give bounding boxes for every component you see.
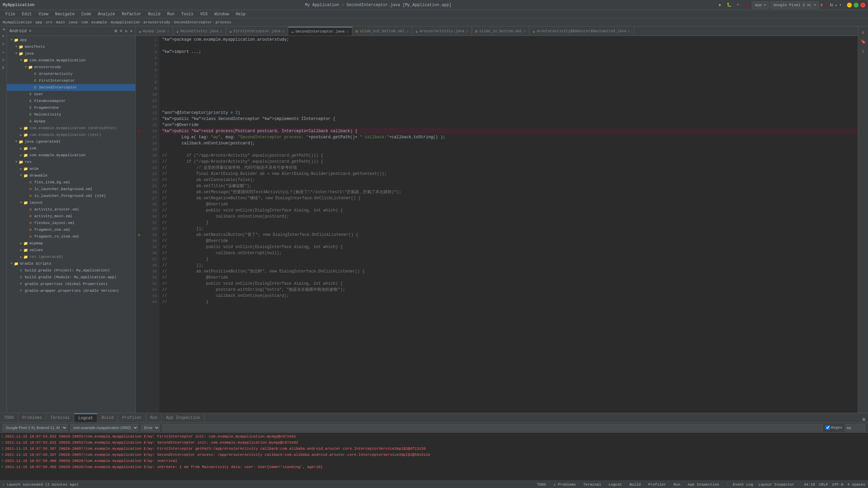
filter-input[interactable] [845,424,865,431]
tree-item[interactable]: ⊞fragment_one.xml [7,226,135,233]
run-tab[interactable]: Run [671,481,683,488]
menu-file[interactable]: File [3,11,18,17]
app-inspection-tab[interactable]: App Inspection [685,481,722,488]
breadcrumb-app[interactable]: app [35,20,42,24]
tree-item[interactable]: ▶📁anim [7,165,135,172]
bottom-tab-profiler[interactable]: Profiler [118,413,146,422]
left-tab-android[interactable]: A [0,40,7,48]
menu-view[interactable]: View [36,11,51,17]
tree-item[interactable]: ▶📁com.example.myapplication [7,152,135,159]
layout-inspector[interactable]: Layout Inspector [758,483,794,487]
breadcrumb-myapplication2[interactable]: myapplication [111,20,140,24]
tree-item[interactable]: Gbuild.gradle (Project: My_Application) [7,267,135,274]
bottom-tab-build[interactable]: Build [97,413,118,422]
tree-item[interactable]: ▶📁res (generated) [7,253,135,260]
left-tab-resource[interactable]: R [0,33,7,40]
tab-mainactivity[interactable]: ☕ MainActivity.java ✕ [173,27,226,36]
todo-tab[interactable]: TODO [534,481,549,488]
encoding[interactable]: UTF-8 [832,483,843,487]
right-tool-notifications[interactable]: ⚠ [859,28,868,37]
tree-item[interactable]: ⊞ic_launcher_foreground.xml (v24) [7,192,135,199]
menu-help[interactable]: Help [233,11,248,17]
tree-item[interactable]: ▼📁res [7,159,135,165]
menu-navigate[interactable]: Navigate [52,11,77,17]
menu-tools[interactable]: Tools [179,11,196,17]
tree-item[interactable]: ⊞activity_arouter.xml [7,206,135,213]
tree-item[interactable]: ▼📁java (generated) [7,138,135,145]
tree-item[interactable]: Pgradle-wrapper.properties (Gradle Versi… [7,287,135,294]
tree-item[interactable]: ▼📁arouterstudy [7,64,135,70]
close-arouter-tab[interactable]: ✕ [466,29,468,34]
tree-item[interactable]: Gbuild.gradle (Module: My_Application.ap… [7,274,135,281]
tree-item[interactable]: ▼📁layout [7,199,135,206]
tree-item[interactable]: ▼📁drawable [7,172,135,179]
breadcrumb-secondinterceptor[interactable]: SecondInterceptor [174,20,212,24]
device-select[interactable]: app ▾ [752,1,769,9]
debug-icon[interactable]: 🐛 [725,1,733,9]
attach-icon[interactable]: ⚡ [734,1,742,9]
build-tab[interactable]: Build [627,481,644,488]
menu-window[interactable]: Window [212,11,232,17]
logcat-search-input[interactable] [162,424,823,431]
terminal-tab[interactable]: Terminal [580,481,604,488]
stop-icon[interactable]: ■ [743,1,750,9]
profiler-tab[interactable]: Profiler [646,481,669,488]
tree-item[interactable]: ⊞flexbox_layout.xml [7,220,135,226]
right-tool-vcs[interactable]: ↕ [859,47,868,56]
menu-vcs[interactable]: VCS [198,11,211,17]
bottom-tab-todo[interactable]: TODO [0,413,18,422]
tree-item[interactable]: ⊞fragment_rv_item.xml [7,233,135,240]
notification-info[interactable]: ℹ1 [830,3,834,7]
tree-item[interactable]: ▼📁manifests [7,43,135,50]
bottom-tab-terminal[interactable]: Terminal [46,413,74,422]
tab-firstinterceptor[interactable]: ☕ FirstInterceptor.java ✕ [226,27,288,36]
package-dropdown[interactable]: com.example.myapplication (2902) [70,424,138,431]
breadcrumb-com[interactable]: com [81,20,88,24]
menu-refactor[interactable]: Refactor [119,11,144,17]
tree-item[interactable]: CFirstInterceptor [7,77,135,84]
breadcrumb-arouterstudy[interactable]: arouterstudy [143,20,170,24]
right-tool-bookmark[interactable]: 🔖 [859,37,868,46]
close-slidein-tab[interactable]: ✕ [524,29,526,34]
maximize-button[interactable]: □ [854,3,859,7]
logcat-tab[interactable]: Logcat [606,481,625,488]
sidebar-settings-icon[interactable]: ⚙ [115,28,117,34]
tab-slide-out[interactable]: ⊞ slide_out_bottom.xml ✕ [352,27,412,36]
tree-item[interactable]: ▼📁java [7,50,135,57]
notification-warning[interactable]: 2 [821,3,823,7]
menu-run[interactable]: Run [164,11,177,17]
breadcrumb-main[interactable]: main [56,20,65,24]
tab-autowired[interactable]: ☕ ArouterActivity$$ARouter$$autowired.ja… [529,27,634,36]
left-tab-structure[interactable]: S [0,56,7,64]
line-ending[interactable]: CRLF [819,483,828,487]
device-dropdown[interactable]: Google Pixel 3 XL Android 11, AI [3,424,67,431]
tree-item[interactable]: ▼📁app [7,37,135,43]
minimize-button[interactable]: ─ [847,3,852,7]
level-dropdown[interactable]: Error [141,424,160,431]
close-mainactivity-tab[interactable]: ✕ [220,29,222,34]
tree-item[interactable]: CFragmentOne [7,104,135,111]
tree-item[interactable]: ▶📁com.example.myapplication (test) [7,131,135,138]
close-autowired-tab[interactable]: ✕ [628,29,630,34]
code-content-area[interactable]: "kw">package com.example.myapplication.a… [159,36,858,413]
sidebar-view-selector[interactable]: Android ▾ [9,28,32,34]
tree-item[interactable]: ⊞flex_item_bg.xml [7,179,135,186]
tree-item[interactable]: ▼📁com.example.myapplication [7,57,135,64]
bottom-tab-appinspection[interactable]: App Inspection [162,413,204,422]
tree-item[interactable]: ▶📁com.example.myapplication (androidTest… [7,125,135,131]
tree-item[interactable]: Pgradle.properties (Global Properties) [7,281,135,287]
close-button[interactable]: ✕ [861,3,865,7]
logcat-settings-icon[interactable]: ⚙ [860,416,868,422]
close-firstinterceptor-tab[interactable]: ✕ [282,29,284,34]
tab-slide-in[interactable]: ⊞ slide_in_bottom.xml ✕ [472,27,530,36]
tree-item[interactable]: ▶📁mipmap [7,240,135,247]
tab-secondinterceptor[interactable]: ☕ SecondInterceptor.java ✕ [288,27,352,36]
tree-item[interactable]: CUser [7,91,135,98]
tree-item[interactable]: ▶📁values [7,247,135,253]
breadcrumb-process[interactable]: process [216,20,231,24]
tree-item[interactable]: ▶📁com [7,145,135,152]
menu-code[interactable]: Code [79,11,94,17]
left-tab-favorites[interactable]: ★ [0,48,7,56]
tree-item[interactable]: ⊞activity_main.xml [7,213,135,220]
breadcrumb-src[interactable]: src [46,20,53,24]
